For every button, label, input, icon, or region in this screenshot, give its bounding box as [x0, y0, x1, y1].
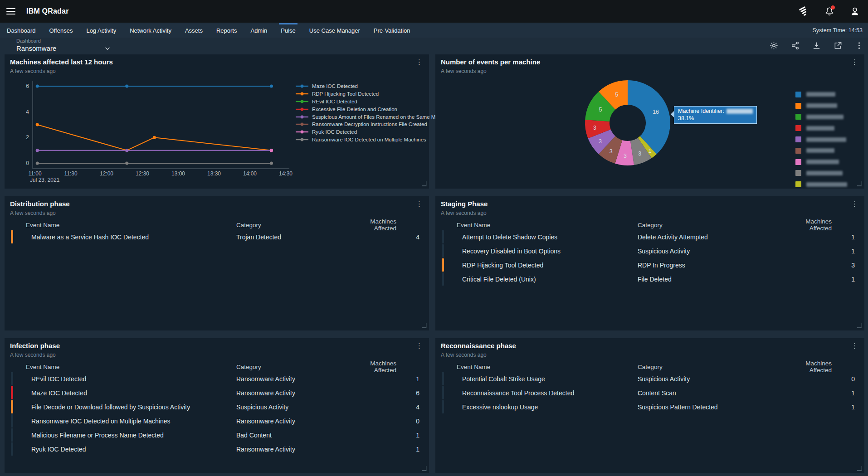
panel-resize-handle[interactable] [422, 181, 427, 186]
notifications-bell-icon[interactable] [824, 5, 835, 17]
table-row[interactable]: Reconnaissance Tool Process DetectedCont… [435, 386, 864, 400]
machines-affected-count: 3 [792, 262, 864, 269]
panel-staging-phase: Staging Phase A few seconds ago ⋮ Event … [435, 196, 864, 330]
system-time: System Time: 14:53 [813, 23, 868, 38]
row-severity-bar [442, 258, 444, 272]
legend-item [795, 134, 847, 145]
overflow-menu-icon[interactable] [854, 41, 863, 50]
redacted-machine-id [806, 115, 844, 119]
panel-overflow-icon[interactable]: ⋮ [849, 199, 860, 209]
row-severity-bar [442, 244, 444, 257]
machines-affected-count: 6 [356, 389, 429, 397]
reconnaissance-table: Event NameCategoryMachines AffectedPoten… [435, 360, 864, 414]
row-severity-bar [11, 386, 13, 399]
panel-overflow-icon[interactable]: ⋮ [414, 199, 424, 209]
panel-resize-handle[interactable] [857, 323, 862, 328]
assistant-brand-icon[interactable] [798, 5, 810, 17]
machines-affected-count: 1 [356, 446, 429, 453]
table-row[interactable]: Malicious Filename or Process Name Detec… [5, 428, 429, 442]
row-severity-bar [11, 414, 13, 427]
nav-tab-assets[interactable]: Assets [178, 23, 210, 38]
nav-tab-log-activity[interactable]: Log Activity [79, 23, 123, 38]
panel-refresh-status: A few seconds ago [10, 210, 56, 216]
table-row[interactable]: Ryuk IOC DetectedRansomware Activity1 [5, 442, 429, 456]
event-name: Attempt to Delete Shadow Copies [457, 233, 638, 241]
svg-text:1: 1 [649, 148, 652, 154]
table-row[interactable]: REvil IOC DetectedRansomware Activity1 [5, 372, 429, 386]
svg-text:12:00: 12:00 [100, 170, 113, 177]
svg-text:Jul 23, 2021: Jul 23, 2021 [30, 177, 60, 183]
event-category: RDP In Progress [638, 262, 792, 269]
table-row[interactable]: Ransomware IOC Detected on Multiple Mach… [5, 414, 429, 428]
legend-item [795, 89, 847, 100]
machines-affected-count: 1 [792, 248, 864, 255]
notification-badge [831, 5, 835, 10]
machines-affected-count: 1 [356, 375, 429, 383]
nav-tab-network-activity[interactable]: Network Activity [123, 23, 178, 38]
machines-affected-count: 1 [792, 389, 864, 397]
panel-events-per-machine: Number of events per machine A few secon… [435, 54, 864, 189]
table-row[interactable]: Maze IOC DetectedRansomware Activity6 [5, 386, 429, 400]
panel-distribution-phase: Distribution phase A few seconds ago ⋮ E… [5, 196, 429, 330]
table-row[interactable]: Malware as a Service Hash IOC DetectedTr… [5, 230, 429, 244]
table-row[interactable]: Excessive nslookup UsageSuspicious Patte… [435, 400, 864, 414]
panel-title: Reconnaissance phase [441, 342, 516, 350]
nav-tab-reports[interactable]: Reports [210, 23, 244, 38]
dashboard-selector[interactable]: Dashboard Ransomware [16, 38, 125, 55]
svg-text:12:30: 12:30 [136, 170, 149, 177]
row-severity-bar [442, 230, 444, 243]
nav-tab-admin[interactable]: Admin [244, 23, 274, 38]
hamburger-menu-icon[interactable] [6, 8, 15, 15]
event-category: Content Scan [638, 389, 792, 397]
share-icon[interactable] [790, 41, 800, 50]
download-icon[interactable] [812, 41, 821, 50]
row-severity-bar [442, 372, 444, 385]
table-row[interactable]: Potential Cobalt Strike UsageSuspicious … [435, 372, 864, 386]
table-row[interactable]: Attempt to Delete Shadow CopiesDelete Ac… [435, 230, 864, 244]
event-category: Ransomware Activity [236, 446, 356, 453]
event-category: Suspicious Activity [236, 403, 356, 411]
panel-overflow-icon[interactable]: ⋮ [849, 341, 860, 351]
legend-item: Maze IOC Detected [295, 83, 451, 90]
event-name: Malicious Filename or Process Name Detec… [26, 432, 236, 439]
table-row[interactable]: Recovery Disabled in Boot OptionsSuspici… [435, 244, 864, 258]
panel-refresh-status: A few seconds ago [441, 210, 487, 216]
table-row[interactable]: File Decode or Download followed by Susp… [5, 400, 429, 414]
table-row[interactable]: Critical File Deleted (Unix)File Deleted… [435, 272, 864, 286]
panel-resize-handle[interactable] [422, 466, 427, 471]
machines-affected-count: 4 [356, 233, 429, 241]
dashboard-selector-value: Ransomware [16, 44, 56, 52]
table-header: Event NameCategoryMachines Affected [435, 218, 864, 230]
header-actions [798, 5, 861, 17]
panel-resize-handle[interactable] [857, 181, 862, 186]
dashboard-selector-label: Dashboard [16, 38, 125, 44]
settings-gear-icon[interactable] [769, 41, 778, 50]
nav-tab-dashboard[interactable]: Dashboard [0, 23, 43, 38]
nav-tab-offenses[interactable]: Offenses [43, 23, 80, 38]
event-category: Delete Activity Attempted [638, 233, 792, 241]
row-severity-bar [442, 386, 444, 399]
legend-color-swatch [795, 125, 801, 131]
panel-overflow-icon[interactable]: ⋮ [414, 341, 424, 351]
event-category: Ransomware Activity [236, 375, 356, 383]
event-name: Maze IOC Detected [26, 389, 236, 397]
panel-resize-handle[interactable] [422, 323, 427, 328]
legend-item [795, 179, 847, 190]
table-row[interactable]: RDP Hijacking Tool DetectedRDP In Progre… [435, 258, 864, 272]
machines-affected-count: 1 [792, 276, 864, 283]
redacted-machine-id [806, 182, 847, 187]
open-in-new-icon[interactable] [833, 41, 842, 50]
legend-color-swatch [795, 159, 801, 165]
distribution-table: Event NameCategoryMachines AffectedMalwa… [5, 218, 429, 244]
nav-tab-pre-validation[interactable]: Pre-Validation [367, 23, 417, 38]
user-avatar-icon[interactable] [849, 5, 861, 17]
svg-text:14:30: 14:30 [279, 170, 293, 177]
nav-tab-pulse[interactable]: Pulse [274, 23, 302, 38]
machines-affected-count: 4 [356, 403, 429, 411]
event-category: Ransomware Activity [236, 418, 356, 425]
svg-text:2: 2 [26, 134, 29, 141]
panel-resize-handle[interactable] [857, 466, 862, 471]
nav-tab-use-case-manager[interactable]: Use Case Manager [302, 23, 367, 38]
event-category: Ransomware Activity [236, 389, 356, 397]
machines-affected-count: 1 [792, 233, 864, 241]
